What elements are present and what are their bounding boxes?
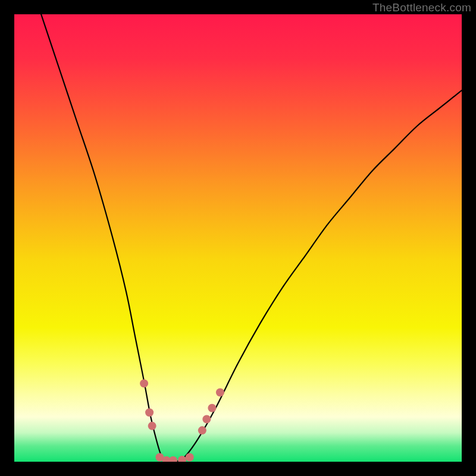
data-markers <box>140 379 224 462</box>
data-marker <box>216 388 224 396</box>
bottleneck-curve <box>41 14 462 462</box>
data-marker <box>148 422 156 430</box>
chart-frame: TheBottleneck.com <box>0 0 476 476</box>
data-marker <box>140 379 148 387</box>
data-marker <box>208 404 216 412</box>
data-marker <box>186 453 194 461</box>
chart-svg <box>14 14 462 462</box>
watermark-text: TheBottleneck.com <box>372 1 471 14</box>
data-marker <box>145 408 154 416</box>
data-marker <box>202 415 211 424</box>
data-marker <box>198 426 206 434</box>
plot-area <box>14 14 462 462</box>
data-marker <box>169 456 177 462</box>
